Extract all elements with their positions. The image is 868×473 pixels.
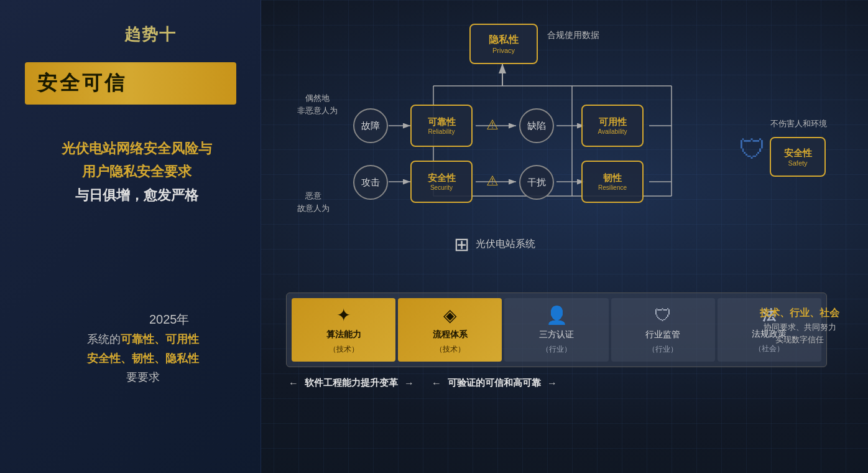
algorithm-sub: （技术） [329, 344, 359, 355]
fault-circle: 故障 [353, 108, 388, 143]
solar-label: ⊞ 光伏电站系统 [454, 233, 535, 255]
certification-name: 三方认证 [539, 329, 574, 340]
main-description: 光伏电站网络安全风险与 用户隐私安全要求 与日俱增，愈发严格 [31, 137, 242, 207]
privacy-caption: 合规使用数据 [547, 30, 599, 41]
arrow-left-start: ← [289, 378, 298, 389]
safety-caption: 不伤害人和环境 [770, 118, 827, 129]
left-label-bottom: 恶意 故意人为 [297, 190, 330, 214]
left-panel: 趋势十 安全可信 光伏电站网络安全风险与 用户隐私安全要求 与日俱增，愈发严格 … [0, 0, 261, 473]
arrow-right-end: → [547, 378, 557, 389]
arrow-left-text: 软件工程能力提升变革 [305, 377, 398, 389]
solar-text: 光伏电站系统 [476, 238, 535, 251]
desc-line2-highlight: 用户隐私安全要求 [82, 164, 192, 179]
fault-label: 故障 [361, 120, 380, 132]
attack-label: 攻击 [361, 177, 380, 189]
warn-icon-security: ⚠ [486, 173, 499, 189]
certification-icon: 👤 [546, 305, 568, 325]
disturbance-circle: 干扰 [519, 165, 554, 200]
right-caption-line1: 技术、行业、社会 [737, 305, 862, 321]
process-name: 流程体系 [433, 329, 468, 340]
algorithm-icon: ✦ [336, 305, 351, 325]
sub-line1-highlight: 可靠性、可用性 [121, 333, 199, 345]
sub-line2-highlight: 安全性、韧性、隐私性 [87, 352, 199, 365]
security-box: 安全性 Security [410, 161, 473, 203]
process-sub: （技术） [435, 344, 465, 355]
sub-line3: 要要求 [126, 371, 160, 383]
reliability-en: Reliability [428, 128, 455, 135]
attack-circle: 攻击 [353, 165, 388, 200]
regulation-sub: （行业） [648, 344, 678, 355]
privacy-box: 隐私性 Privacy [469, 24, 538, 64]
arrow-right-start: ← [432, 378, 441, 389]
label-top-1: 偶然地 [297, 92, 338, 105]
sub-line1-normal: 系统的 [87, 333, 121, 345]
cap-item-regulation: 🛡 行业监管 （行业） [611, 298, 715, 362]
cap-item-certification: 👤 三方认证 （行业） [504, 298, 608, 362]
regulation-name: 行业监管 [645, 329, 680, 340]
privacy-zh: 隐私性 [489, 34, 519, 47]
privacy-en: Privacy [492, 47, 515, 54]
diagram-area: 隐私性 Privacy 合规使用数据 偶然地 非恶意人为 恶意 故意人为 故障 … [286, 19, 833, 286]
cap-item-algorithm: ✦ 算法能力 （技术） [292, 298, 395, 362]
solar-icon: ⊞ [454, 233, 469, 255]
reliability-box: 可靠性 Reliability [410, 105, 473, 147]
certification-sub: （行业） [542, 344, 571, 355]
sub-description: 系统的可靠性、可用性 安全性、韧性、隐私性 要要求 [25, 330, 261, 387]
security-en: Security [430, 184, 453, 191]
safety-zh: 安全性 [784, 148, 812, 159]
title-bar: 安全可信 [25, 62, 236, 105]
safety-box: 安全性 Safety [770, 137, 826, 177]
label-bottom-1: 恶意 [297, 190, 330, 202]
right-caption-line3: 实现数字信任 [737, 334, 862, 347]
reliability-zh: 可靠性 [428, 116, 456, 128]
cap-item-process: ◈ 流程体系 （技术） [398, 298, 502, 362]
security-zh: 安全性 [428, 172, 456, 184]
page-title: 安全可信 [37, 72, 127, 94]
safety-en: Safety [788, 159, 807, 167]
availability-en: Availability [598, 128, 627, 135]
availability-zh: 可用性 [599, 116, 627, 128]
warn-icon-reliability: ⚠ [486, 117, 499, 133]
year-label: 2025年 [149, 311, 190, 328]
defect-circle: 缺陷 [519, 108, 554, 143]
shield-icon: 🛡 [739, 134, 766, 165]
arrow-left-end: → [404, 378, 414, 389]
desc-line1-highlight: 网络安全风险与 [116, 141, 212, 156]
trend-label: 趋势十 [124, 24, 177, 45]
bottom-arrow-row: ← 软件工程能力提升变革 → ← 可验证的可信和高可靠 → [286, 377, 827, 389]
desc-line1-normal: 光伏电站 [62, 141, 116, 156]
label-top-2: 非恶意人为 [297, 105, 338, 117]
right-caption-line2: 协同要求、共同努力 [737, 321, 862, 334]
right-caption: 技术、行业、社会 协同要求、共同努力 实现数字信任 [737, 305, 862, 347]
defect-label: 缺陷 [527, 120, 546, 132]
arrow-left: ← 软件工程能力提升变革 → [286, 377, 417, 389]
resilience-zh: 韧性 [603, 172, 622, 184]
label-bottom-2: 故意人为 [297, 202, 330, 215]
arrow-right: ← 可验证的可信和高可靠 → [429, 377, 560, 389]
right-content: 隐私性 Privacy 合规使用数据 偶然地 非恶意人为 恶意 故意人为 故障 … [261, 0, 868, 473]
left-label-top: 偶然地 非恶意人为 [297, 92, 338, 116]
disturbance-label: 干扰 [527, 177, 546, 189]
regulation-icon: 🛡 [654, 305, 672, 325]
resilience-box: 韧性 Resilience [581, 161, 644, 203]
process-icon: ◈ [443, 305, 457, 325]
arrow-right-text: 可验证的可信和高可靠 [448, 377, 541, 389]
resilience-en: Resilience [598, 184, 627, 191]
availability-box: 可用性 Availability [581, 105, 644, 147]
desc-line3: 与日俱增，愈发严格 [75, 187, 198, 203]
algorithm-name: 算法能力 [326, 329, 361, 340]
